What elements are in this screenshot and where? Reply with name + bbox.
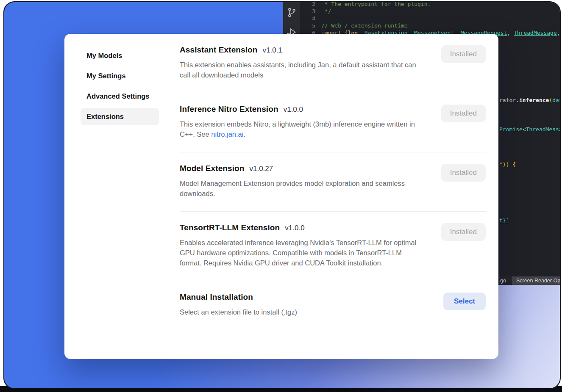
code-fragment: rator.inference(data)); — [499, 97, 560, 104]
extensions-panel: Assistant Extensionv1.0.1 This extension… — [165, 34, 498, 359]
installed-button[interactable]: Installed — [441, 223, 486, 241]
installed-button[interactable]: Installed — [441, 164, 486, 182]
manual-installation-row: Manual Installation Select an extension … — [180, 281, 486, 330]
code-line: 5// Web / extension runtime — [283, 22, 560, 29]
extension-name: TensortRT-LLM Extension — [180, 223, 280, 232]
status-left-text: go — [500, 278, 506, 284]
extension-row-model: Model Extensionv1.0.27 Model Management … — [180, 152, 486, 212]
extension-row-tensorrt-llm: TensortRT-LLM Extensionv1.0.0 Enables ac… — [180, 212, 486, 281]
settings-modal: My Models My Settings Advanced Settings … — [64, 34, 498, 359]
extension-description: Model Management Extension provides mode… — [180, 178, 425, 199]
extension-version: v1.0.27 — [249, 165, 273, 173]
code-line: 4 — [283, 15, 560, 22]
code-line: 2 * The entrypoint for the plugin. — [283, 2, 560, 8]
line-number: 2 — [300, 2, 315, 8]
extension-description: Enables accelerated inference leveraging… — [180, 237, 425, 268]
manual-installation-description: Select an extension file to install (.tg… — [180, 307, 297, 317]
line-number: 3 — [300, 8, 315, 15]
extension-description: This extension enables assistants, inclu… — [180, 60, 425, 80]
select-button[interactable]: Select — [443, 293, 486, 310]
sidebar-item-advanced-settings[interactable]: Advanced Settings — [81, 88, 159, 105]
extension-version: v1.0.0 — [285, 224, 304, 232]
sidebar-item-my-models[interactable]: My Models — [81, 47, 159, 64]
hero-card: 2 * The entrypoint for the plugin. 3 */ … — [3, 1, 561, 389]
sidebar-item-my-settings[interactable]: My Settings — [81, 67, 159, 85]
extension-row-assistant: Assistant Extensionv1.0.1 This extension… — [180, 34, 486, 93]
extension-version: v1.0.1 — [263, 46, 282, 54]
code-line: 3 */ — [283, 8, 560, 15]
sidebar-item-extensions[interactable]: Extensions — [81, 108, 159, 125]
manual-installation-title: Manual Installation — [180, 293, 253, 301]
extension-row-inference-nitro: Inference Nitro Extensionv1.0.0 This ext… — [180, 93, 486, 152]
extension-name: Model Extension — [180, 164, 244, 173]
code-fragment: ")) { — [499, 161, 516, 168]
extension-name: Inference Nitro Extension — [180, 105, 278, 113]
line-number: 5 — [300, 22, 315, 29]
extension-version: v1.0.0 — [284, 105, 303, 113]
code-fragment: Promise<ThreadMessage> — [499, 126, 560, 133]
code-area: 2 * The entrypoint for the plugin. 3 */ … — [283, 2, 560, 36]
line-number: 4 — [300, 15, 315, 22]
extension-name: Assistant Extension — [180, 45, 258, 54]
code-fragment: t}` — [499, 217, 509, 224]
nitro-link[interactable]: nitro.jan.ai. — [211, 130, 245, 138]
screen-reader-status[interactable]: Screen Reader Optimized — [512, 276, 560, 285]
settings-sidebar: My Models My Settings Advanced Settings … — [64, 34, 165, 359]
installed-button[interactable]: Installed — [441, 105, 486, 122]
installed-button[interactable]: Installed — [441, 45, 486, 63]
source-control-icon[interactable] — [287, 7, 297, 18]
